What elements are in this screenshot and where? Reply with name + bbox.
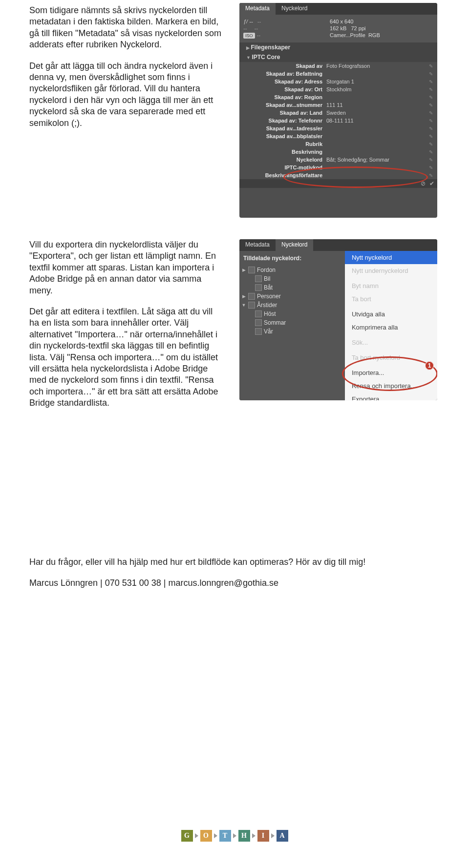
keyword-tree-item[interactable]: Bil — [241, 274, 343, 283]
menu-item[interactable]: Exportera... — [345, 393, 437, 400]
keyword-label: Bil — [264, 275, 270, 282]
keyword-checkbox[interactable] — [255, 275, 262, 282]
iso-badge: ISO — [243, 33, 255, 39]
metadata-value[interactable]: Stockholm — [326, 86, 427, 92]
dimensions-value: 640 x 640 — [330, 19, 433, 24]
keyword-label: Personer — [257, 293, 281, 300]
aperture-value: ƒ/ -- — [243, 19, 253, 24]
paragraph-3: Vill du exportera din nyckelordlista väl… — [29, 239, 225, 296]
tab-nyckelord[interactable]: Nyckelord — [276, 3, 313, 15]
logo-letter: T — [219, 830, 231, 842]
paragraph-4: Det går att editera i textfilen. Låt säg… — [29, 306, 225, 409]
metadata-row[interactable]: Skapad av: AdressStorgatan 1✎ — [239, 78, 437, 85]
disclosure-triangle-icon[interactable]: ▶ — [241, 294, 246, 299]
panel-footer-bar: ⊘ ✔ — [239, 179, 437, 188]
keyword-tree-item[interactable]: ▶Personer — [241, 292, 343, 301]
metadata-row[interactable]: NyckelordBåt; Solnedgång; Sommar✎ — [239, 156, 437, 164]
menu-item[interactable]: Nytt nyckelord — [345, 251, 437, 264]
keyword-label: Båt — [264, 284, 273, 291]
iso-value: -- — [257, 32, 260, 38]
metadata-row[interactable]: Rubrik✎ — [239, 140, 437, 148]
logo-separator-icon — [214, 833, 217, 838]
menu-item[interactable]: Komprimera alla — [345, 321, 437, 334]
gothia-logo: GOTHIA — [0, 830, 469, 842]
logo-separator-icon — [233, 833, 236, 838]
logo-letter: I — [257, 830, 269, 842]
shutter-value: -- — [257, 19, 261, 24]
keyword-checkbox[interactable] — [248, 302, 255, 309]
disclosure-triangle-icon[interactable]: ▼ — [241, 303, 246, 308]
keyword-checkbox[interactable] — [255, 310, 262, 317]
tab-nyckelord-2[interactable]: Nyckelord — [276, 239, 313, 251]
metadata-value[interactable]: 111 11 — [326, 102, 427, 108]
keyword-tree-item[interactable]: Vår — [241, 327, 343, 336]
keyword-tree-item[interactable]: Sommar — [241, 318, 343, 327]
menu-item[interactable]: Importera... — [345, 366, 437, 379]
menu-item[interactable]: Rensa och importera... — [345, 379, 437, 393]
keyword-checkbox[interactable] — [255, 328, 262, 335]
disclosure-triangle-icon[interactable]: ▶ — [241, 268, 246, 272]
filesize-value: 162 kB — [330, 25, 346, 31]
metadata-label: Skapad av: Telefonnr — [239, 118, 326, 124]
pencil-icon: ✎ — [427, 165, 434, 170]
metadata-value[interactable]: 08-111 111 — [326, 118, 427, 124]
keywords-context-menu: Nytt nyckelordNytt undernyckelordByt nam… — [345, 251, 437, 400]
screenshot-metadata-panel: Metadata Nyckelord ƒ/ -- -- -- -- ISO-- … — [239, 3, 437, 218]
keyword-tree-item[interactable]: ▼Årstider — [241, 301, 343, 310]
rgb-value: RGB — [368, 32, 380, 38]
pencil-icon: ✎ — [427, 126, 434, 131]
metadata-label: Skapad av — [239, 63, 326, 69]
metadata-row[interactable]: Skapad avFoto Fotografsson✎ — [239, 62, 437, 70]
keyword-checkbox[interactable] — [248, 293, 255, 300]
metadata-row[interactable]: Skapad av: OrtStockholm✎ — [239, 85, 437, 93]
metadata-row[interactable]: IPTC-motivkod✎ — [239, 164, 437, 171]
metadata-row[interactable]: Skapad av: Befattning✎ — [239, 70, 437, 78]
metadata-label: Beskrivningsförfattare — [239, 172, 326, 178]
pencil-icon: ✎ — [427, 79, 434, 84]
logo-separator-icon — [195, 833, 198, 838]
section-iptc-core[interactable]: ▼ IPTC Core — [239, 52, 437, 62]
metadata-row[interactable]: Skapad av: Region✎ — [239, 93, 437, 101]
pencil-icon: ✎ — [427, 95, 434, 100]
keyword-tree-item[interactable]: Höst — [241, 310, 343, 318]
section-file-properties[interactable]: ▶ Filegenskaper — [239, 42, 437, 52]
tab-metadata-2[interactable]: Metadata — [239, 239, 276, 251]
ppi-value: 72 ppi — [351, 25, 365, 31]
cancel-icon[interactable]: ⊘ — [421, 180, 426, 187]
metadata-row[interactable]: Skapad av: Telefonnr08-111 111✎ — [239, 117, 437, 124]
metadata-row[interactable]: Skapad av...tadress/er✎ — [239, 124, 437, 132]
menu-item: Byt namn — [345, 279, 437, 292]
pencil-icon: ✎ — [427, 157, 434, 163]
keyword-checkbox[interactable] — [248, 267, 255, 273]
metadata-row[interactable]: Skapad av...bbplats/er✎ — [239, 132, 437, 140]
metadata-value[interactable]: Sweden — [326, 110, 427, 116]
tab-metadata[interactable]: Metadata — [239, 3, 276, 15]
logo-letter: A — [277, 830, 288, 842]
footer-contact: Marcus Lönngren | 070 531 00 38 | marcus… — [29, 578, 440, 589]
keyword-label: Årstider — [257, 302, 277, 309]
menu-item: Ta bort nyckelord — [345, 351, 437, 364]
metadata-value[interactable]: Båt; Solnedgång; Sommar — [326, 157, 427, 163]
pencil-icon: ✎ — [427, 71, 434, 77]
metadata-row[interactable]: Beskrivning✎ — [239, 148, 437, 156]
keyword-tree-item[interactable]: Båt — [241, 283, 343, 292]
metadata-label: Skapad av: Region — [239, 94, 326, 100]
metadata-row[interactable]: Skapad av: LandSweden✎ — [239, 109, 437, 117]
menu-item[interactable]: Utvidga alla — [345, 308, 437, 321]
metadata-label: IPTC-motivkod — [239, 165, 326, 170]
confirm-icon[interactable]: ✔ — [429, 180, 434, 187]
ev-value: -- — [243, 25, 247, 31]
keyword-checkbox[interactable] — [255, 319, 262, 326]
keywords-tree: Tilldelade nyckelord: ▶FordonBilBåt▶Pers… — [239, 251, 345, 400]
pencil-icon: ✎ — [427, 87, 434, 92]
pencil-icon: ✎ — [427, 149, 434, 155]
metadata-label: Skapad av...stnummer — [239, 102, 326, 108]
metadata-row[interactable]: Skapad av...stnummer111 11✎ — [239, 101, 437, 109]
metadata-row[interactable]: Beskrivningsförfattare✎ — [239, 171, 437, 179]
keyword-tree-item[interactable]: ▶Fordon — [241, 266, 343, 274]
metadata-value[interactable]: Foto Fotografsson — [326, 63, 427, 69]
pencil-icon: ✎ — [427, 142, 434, 147]
logo-separator-icon — [271, 833, 275, 838]
metadata-value[interactable]: Storgatan 1 — [326, 79, 427, 84]
keyword-checkbox[interactable] — [255, 284, 262, 291]
